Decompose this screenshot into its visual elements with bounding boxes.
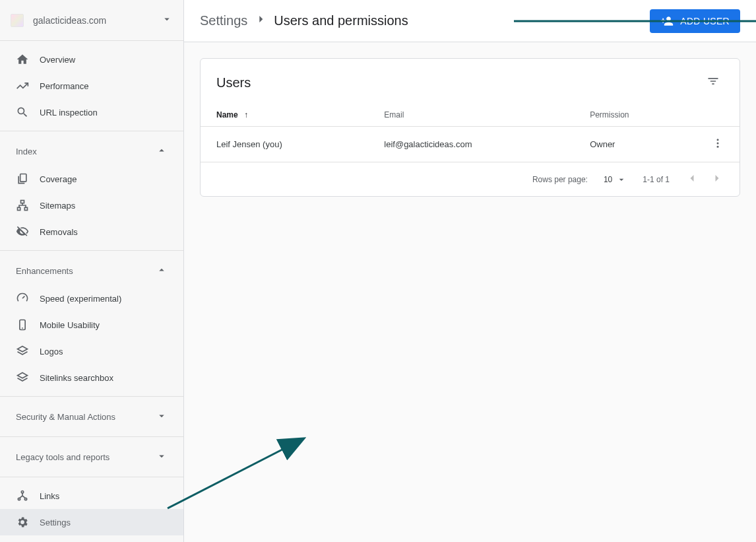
column-header-email[interactable]: Email [368,98,574,127]
sidebar-heading-legacy[interactable]: Legacy tools and reports [0,442,183,471]
table-row: Leif Jensen (you) leif@galacticideas.com… [201,127,740,162]
person-add-icon [660,15,674,28]
layers-icon [16,371,29,384]
pages-icon [16,172,29,186]
chevron-left-icon [685,172,699,185]
chevron-up-icon [156,264,168,278]
chevron-down-icon [156,410,168,424]
topbar: Settings Users and permissions ADD USER [184,0,756,42]
users-table: Name ↑ Email Permission Leif Jensen (you… [201,98,740,162]
svg-point-13 [717,143,719,145]
rows-per-page-select[interactable]: 10 [604,174,627,185]
chevron-right-icon [710,172,724,185]
sidebar-item-url-inspection[interactable]: URL inspection [0,99,183,125]
links-icon [16,489,29,502]
users-card: Users Name ↑ Email Permission [200,58,740,197]
pager-range: 1-1 of 1 [643,175,670,184]
sidebar-item-settings[interactable]: Settings [0,509,183,535]
sidebar-item-label: Logos [40,347,63,356]
sidebar-item-label: URL inspection [40,108,98,118]
svg-point-11 [24,498,26,500]
add-user-button[interactable]: ADD USER [650,9,740,33]
cell-email: leif@galacticideas.com [368,127,574,162]
cell-permission: Owner [574,127,696,162]
sidebar-item-coverage[interactable]: Coverage [0,166,183,192]
filter-button[interactable] [703,71,724,94]
svg-point-12 [717,139,719,141]
gear-icon [16,516,29,529]
site-picker[interactable]: galacticideas.com [0,0,183,41]
cell-name: Leif Jensen (you) [201,127,368,162]
caret-down-icon [161,13,173,28]
sidebar-item-label: Performance [40,81,88,91]
speed-icon [16,292,29,305]
sidebar-item-label: Sitemaps [40,201,75,211]
chevron-right-icon [254,13,267,29]
chevron-down-icon [156,450,168,464]
trend-icon [16,79,29,92]
more-vert-icon [712,137,724,149]
sidebar-heading-enhancements[interactable]: Enhancements [0,256,183,285]
home-icon [16,53,29,66]
site-favicon [11,14,24,27]
mobile-icon [16,318,29,331]
sidebar-item-label: Sitelinks searchbox [40,373,113,383]
site-name: galacticideas.com [33,15,161,26]
sidebar-item-logos[interactable]: Logos [0,338,183,364]
svg-point-14 [717,146,719,148]
sidebar-item-label: Overview [40,55,75,65]
card-title: Users [216,75,703,90]
svg-point-9 [21,491,23,493]
sidebar-item-label: Links [40,491,59,501]
sitemap-icon [16,199,29,212]
add-user-label: ADD USER [680,16,730,26]
svg-marker-8 [18,373,28,378]
chevron-up-icon [156,145,168,158]
pager-prev-button[interactable] [685,172,699,187]
svg-rect-3 [24,207,27,210]
breadcrumb-parent[interactable]: Settings [200,13,247,28]
svg-line-4 [22,296,24,298]
sidebar-heading-index[interactable]: Index [0,137,183,166]
sidebar-item-removals[interactable]: Removals [0,219,183,245]
filter-icon [707,75,720,88]
main: Settings Users and permissions ADD USER … [184,0,756,542]
sort-asc-icon: ↑ [244,110,248,119]
sidebar: galacticideas.com Overview Performance U… [0,0,184,542]
breadcrumb: Settings Users and permissions [200,13,408,29]
breadcrumb-current: Users and permissions [274,13,408,28]
sidebar-item-sitemaps[interactable]: Sitemaps [0,192,183,219]
sidebar-item-label: Coverage [40,174,77,184]
pager-next-button[interactable] [710,172,724,187]
search-icon [16,106,29,119]
rows-per-page-label: Rows per page: [532,175,588,184]
sidebar-heading-security[interactable]: Security & Manual Actions [0,402,183,431]
caret-down-icon [616,174,627,185]
sidebar-item-label: Mobile Usability [40,320,100,330]
sidebar-item-mobile-usability[interactable]: Mobile Usability [0,312,183,338]
sidebar-item-links[interactable]: Links [0,483,183,509]
row-actions-button[interactable] [712,137,724,149]
visibility-off-icon [16,225,29,238]
sidebar-item-sitelinks-searchbox[interactable]: Sitelinks searchbox [0,364,183,391]
svg-point-10 [18,498,20,500]
column-header-permission[interactable]: Permission [574,98,696,127]
column-header-name[interactable]: Name ↑ [201,98,368,127]
svg-rect-1 [21,201,24,203]
svg-rect-0 [20,174,26,182]
sidebar-item-speed[interactable]: Speed (experimental) [0,285,183,312]
pager: Rows per page: 10 1-1 of 1 [201,162,740,196]
svg-marker-7 [18,347,28,352]
sidebar-item-performance[interactable]: Performance [0,73,183,99]
sidebar-item-label: Removals [40,227,78,237]
sidebar-item-label: Settings [40,518,71,527]
content: Users Name ↑ Email Permission [184,42,756,542]
svg-rect-2 [18,207,20,210]
sidebar-item-label: Speed (experimental) [40,294,121,304]
sidebar-item-overview[interactable]: Overview [0,46,183,73]
layers-icon [16,345,29,358]
